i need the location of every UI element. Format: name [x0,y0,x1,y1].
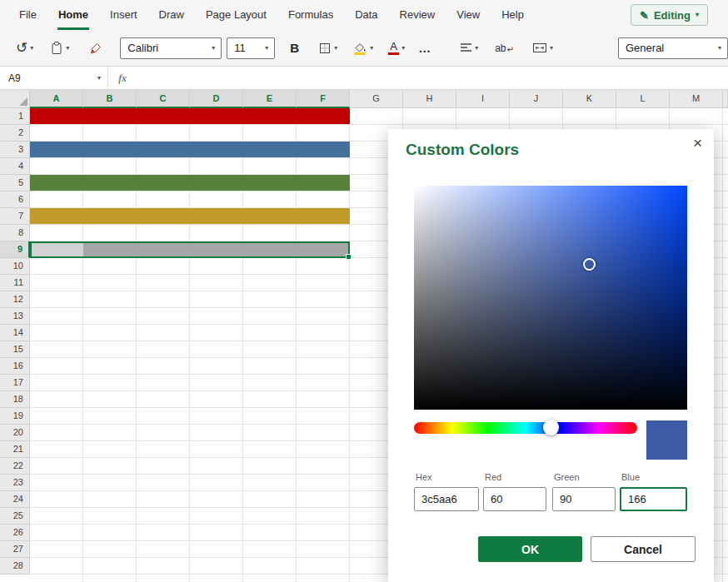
row-header-4[interactable]: 4 [0,158,30,175]
column-header-A[interactable]: A [30,90,83,108]
tab-review[interactable]: Review [389,0,446,30]
chevron-down-icon: ▾ [401,45,405,52]
row-header-12[interactable]: 12 [0,291,30,308]
column-header-F[interactable]: F [297,90,350,108]
hue-slider[interactable] [414,422,637,434]
font-color-bar [388,52,399,55]
row-header-16[interactable]: 16 [0,358,30,375]
ribbon-tab-bar: File Home Insert Draw Page Layout Formul… [0,0,728,30]
green-label: Green [554,472,580,482]
clipboard-icon [50,41,63,55]
column-header-H[interactable]: H [403,90,456,108]
align-text-icon [460,42,472,53]
row-header-20[interactable]: 20 [0,425,30,441]
row-header-10[interactable]: 10 [0,258,30,275]
red-input[interactable] [483,487,546,511]
fill-color-button[interactable]: ▾ [348,38,377,57]
row-header-15[interactable]: 15 [0,341,30,358]
tab-formulas[interactable]: Formulas [277,0,344,30]
hue-slider-thumb[interactable] [543,420,559,435]
merge-cells-button[interactable]: ▾ [528,40,557,56]
color-picker-cursor[interactable] [583,258,596,271]
column-header-L[interactable]: L [616,90,670,108]
row-header-5[interactable]: 5 [0,175,30,192]
row-header-28[interactable]: 28 [0,558,30,575]
row-headers: 1234567891011121314151617181920212223242… [0,108,30,575]
wrap-text-button[interactable]: ab↵ [491,40,518,57]
editing-mode-button[interactable]: ✎ Editing ▾ [631,4,708,26]
row-header-8[interactable]: 8 [0,225,30,241]
column-header-J[interactable]: J [510,90,563,108]
column-header-D[interactable]: D [190,90,243,108]
row-header-25[interactable]: 25 [0,508,30,525]
row-header-7[interactable]: 7 [0,208,30,225]
close-icon[interactable]: × [693,135,702,151]
tab-page-layout[interactable]: Page Layout [195,0,277,30]
tab-file[interactable]: File [8,0,47,30]
row-header-17[interactable]: 17 [0,375,30,391]
tab-view[interactable]: View [446,0,491,30]
font-name-dropdown[interactable]: Calibri ▾ [120,37,222,59]
formula-input[interactable] [137,67,728,89]
tab-help[interactable]: Help [491,0,535,30]
row-header-26[interactable]: 26 [0,525,30,541]
tab-draw[interactable]: Draw [148,0,195,30]
column-header-M[interactable]: M [670,90,723,108]
ok-button[interactable]: OK [478,536,582,562]
row-header-2[interactable]: 2 [0,125,30,142]
chevron-down-icon: ▾ [696,12,699,18]
column-header-B[interactable]: B [83,90,137,108]
chevron-down-icon: ▾ [475,45,478,52]
row-header-21[interactable]: 21 [0,441,30,458]
fill-handle[interactable] [346,254,352,260]
bold-button[interactable]: B [283,38,306,57]
row-header-22[interactable]: 22 [0,458,30,475]
column-header-G[interactable]: G [350,90,403,108]
blue-input[interactable] [620,487,687,511]
column-header-K[interactable]: K [563,90,616,108]
format-painter-button[interactable] [85,39,107,57]
excel-window: File Home Insert Draw Page Layout Formul… [0,0,728,582]
row-header-19[interactable]: 19 [0,408,30,425]
font-color-button[interactable]: A ▾ [384,38,409,57]
column-header-I[interactable]: I [456,90,510,108]
filled-row-7 [30,208,350,224]
chevron-down-icon: ▾ [30,45,33,52]
active-cell[interactable] [32,243,83,256]
row-header-14[interactable]: 14 [0,325,30,341]
tab-data[interactable]: Data [344,0,388,30]
name-box[interactable]: A9 ▾ [0,67,108,89]
row-header-24[interactable]: 24 [0,491,30,508]
saturation-field[interactable] [414,186,687,410]
row-header-6[interactable]: 6 [0,192,30,208]
font-color-icon: A [388,41,399,55]
column-headers: ABCDEFGHIJKLM [30,90,728,108]
column-header-C[interactable]: C [137,90,190,108]
row-header-1[interactable]: 1 [0,108,30,125]
alignment-button[interactable]: ▾ [456,40,482,56]
hex-input[interactable] [414,487,479,511]
green-input[interactable] [552,487,616,511]
row-header-27[interactable]: 27 [0,541,30,558]
more-options-button[interactable]: … [414,41,436,55]
tab-home[interactable]: Home [47,0,99,30]
paste-button[interactable]: ▾ [46,38,73,57]
blue-label: Blue [621,472,640,482]
row-header-18[interactable]: 18 [0,391,30,408]
row-header-9[interactable]: 9 [0,241,30,258]
select-all-corner[interactable] [0,90,30,108]
number-format-dropdown[interactable]: General ▾ [618,37,728,59]
borders-button[interactable]: ▾ [314,39,342,57]
column-header-E[interactable]: E [243,90,297,108]
row-header-11[interactable]: 11 [0,275,30,291]
undo-button[interactable]: ↺ ▾ [12,38,37,57]
row-header-23[interactable]: 23 [0,475,30,491]
row-header-13[interactable]: 13 [0,308,30,325]
cancel-button[interactable]: Cancel [591,536,696,562]
tab-insert[interactable]: Insert [99,0,148,30]
row-header-3[interactable]: 3 [0,142,30,158]
wrap-text-icon: ab↵ [495,42,514,54]
undo-icon: ↺ [16,41,27,55]
pencil-icon: ✎ [640,9,649,22]
font-size-dropdown[interactable]: 11 ▾ [227,37,275,59]
